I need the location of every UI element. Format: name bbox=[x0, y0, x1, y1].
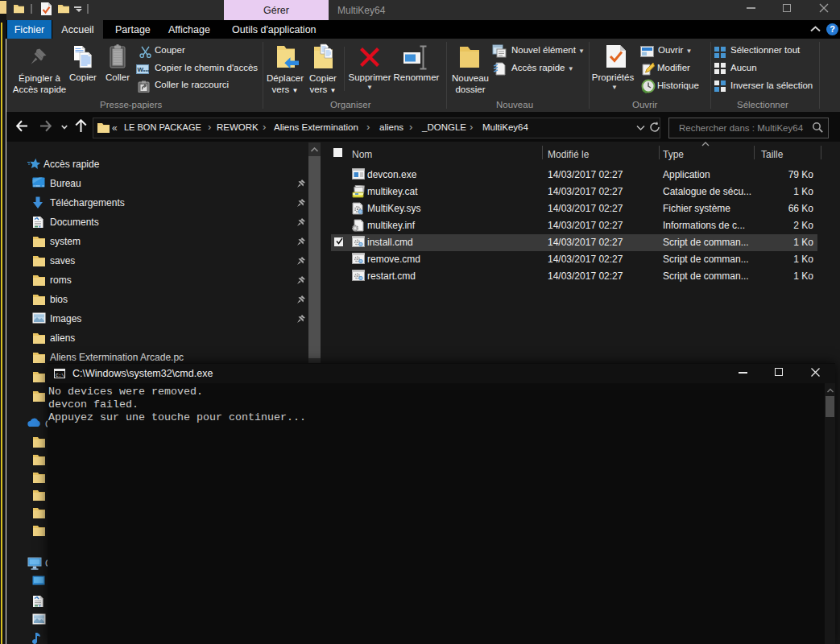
svg-text:C:\: C:\ bbox=[56, 373, 64, 378]
svg-text:W: W bbox=[138, 66, 144, 73]
